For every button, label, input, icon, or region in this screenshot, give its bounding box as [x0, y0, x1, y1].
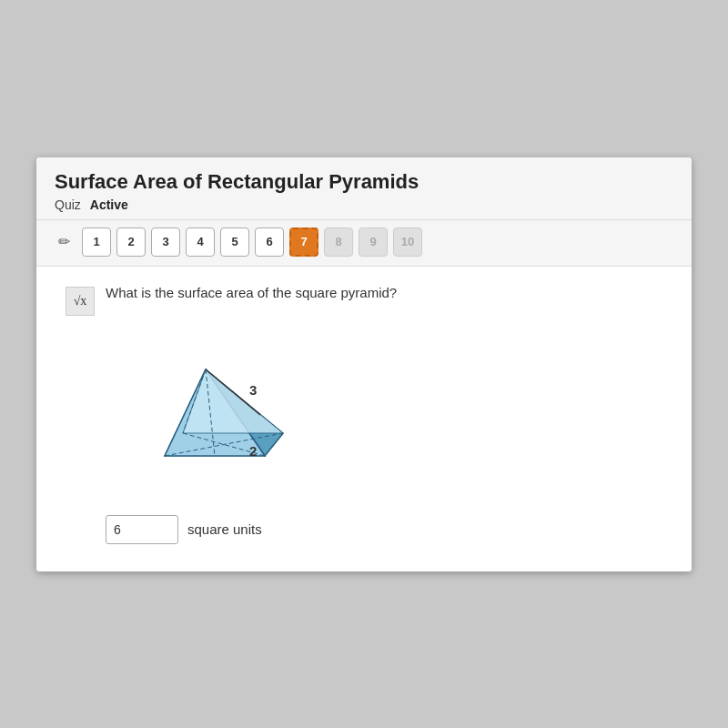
- svg-text:3: 3: [249, 382, 257, 398]
- svg-marker-4: [183, 369, 283, 433]
- question-btn-6[interactable]: 6: [255, 228, 284, 257]
- question-nav-bar: ✏ 1 2 3 4 5 6 7 8 9 10: [36, 220, 692, 267]
- quiz-card: Surface Area of Rectangular Pyramids Qui…: [36, 157, 692, 571]
- question-btn-3[interactable]: 3: [151, 228, 180, 257]
- question-area: What is the surface area of the square p…: [96, 285, 664, 544]
- answer-input[interactable]: [106, 515, 178, 544]
- svg-text:2: 2: [249, 443, 257, 459]
- page-wrapper: Surface Area of Rectangular Pyramids Qui…: [0, 0, 728, 728]
- header-meta: Quiz Active: [55, 197, 673, 212]
- header: Surface Area of Rectangular Pyramids Qui…: [36, 157, 692, 220]
- answer-row: square units: [106, 515, 664, 544]
- question-btn-7[interactable]: 7: [289, 228, 318, 257]
- question-btn-2[interactable]: 2: [116, 228, 146, 257]
- status-badge: Active: [90, 197, 128, 212]
- page-title: Surface Area of Rectangular Pyramids: [55, 170, 673, 194]
- question-btn-8[interactable]: 8: [324, 228, 353, 257]
- answer-unit-label: square units: [187, 521, 262, 537]
- pencil-icon[interactable]: ✏: [51, 229, 76, 255]
- content-inner: √x What is the surface area of the squar…: [64, 285, 664, 544]
- sqrt-icon[interactable]: √x: [66, 287, 95, 316]
- question-btn-4[interactable]: 4: [186, 228, 215, 257]
- question-btn-10[interactable]: 10: [393, 228, 422, 257]
- question-btn-5[interactable]: 5: [220, 228, 249, 257]
- question-btn-9[interactable]: 9: [359, 228, 388, 257]
- content-area: √x What is the surface area of the squar…: [36, 267, 692, 571]
- left-sidebar: √x: [64, 285, 96, 544]
- pyramid-diagram: 3 2: [115, 315, 315, 497]
- question-btn-1[interactable]: 1: [82, 228, 111, 257]
- question-text: What is the surface area of the square p…: [106, 285, 664, 300]
- quiz-label: Quiz: [55, 197, 81, 212]
- sqrt-symbol: √x: [74, 294, 87, 308]
